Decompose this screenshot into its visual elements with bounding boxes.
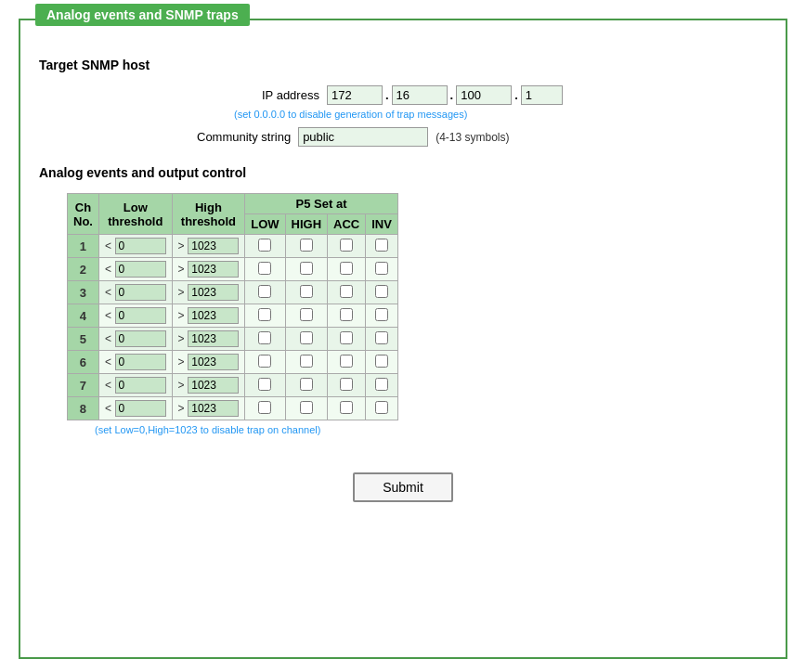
low-checkbox-2[interactable]: [258, 262, 271, 275]
high-threshold-input-2[interactable]: [188, 261, 239, 278]
community-hint: (4-13 symbols): [436, 131, 509, 144]
low-op-label: <: [105, 402, 111, 415]
low-threshold-input-4[interactable]: [115, 307, 166, 324]
table-row: 2 < >: [68, 258, 398, 281]
col-header-low-sub: LOW: [245, 214, 285, 235]
ch-number: 7: [68, 374, 99, 397]
table-row: 7 < >: [68, 374, 398, 397]
col-header-high: Highthreshold: [172, 194, 245, 235]
low-op-label: <: [105, 239, 111, 252]
acc-checkbox-3[interactable]: [340, 285, 353, 298]
low-checkbox-6[interactable]: [258, 355, 271, 368]
col-header-ch: ChNo.: [68, 194, 99, 235]
high-op-label: >: [178, 286, 185, 299]
high-op-label: >: [178, 309, 185, 322]
low-checkbox-4[interactable]: [258, 308, 271, 321]
high-op-label: >: [178, 379, 185, 392]
high-threshold-input-7[interactable]: [188, 377, 239, 394]
ip-hint: (set 0.0.0.0 to disable generation of tr…: [234, 109, 767, 120]
low-threshold-input-8[interactable]: [115, 400, 166, 417]
low-checkbox-1[interactable]: [258, 239, 271, 252]
ch-number: 8: [68, 397, 99, 420]
ch-number: 5: [68, 328, 99, 351]
low-checkbox-5[interactable]: [258, 331, 271, 344]
inv-checkbox-3[interactable]: [375, 285, 388, 298]
high-checkbox-2[interactable]: [300, 262, 313, 275]
table-row: 5 < >: [68, 328, 398, 351]
inv-checkbox-5[interactable]: [375, 331, 388, 344]
analog-section-title: Analog events and output control: [39, 165, 767, 180]
high-checkbox-1[interactable]: [300, 239, 313, 252]
low-op-label: <: [105, 263, 111, 276]
ip-input-2[interactable]: [392, 85, 448, 105]
analog-table: ChNo. Lowthreshold Highthreshold P5 Set …: [67, 193, 398, 420]
main-container: Analog events and SNMP traps Target SNMP…: [19, 19, 787, 659]
table-hint: (set Low=0,High=1023 to disable trap on …: [95, 424, 767, 435]
inv-checkbox-2[interactable]: [375, 262, 388, 275]
col-header-p5set: P5 Set at: [245, 194, 398, 214]
low-checkbox-3[interactable]: [258, 285, 271, 298]
table-row: 8 < >: [68, 397, 398, 420]
high-threshold-input-8[interactable]: [188, 400, 239, 417]
table-row: 6 < >: [68, 351, 398, 374]
ip-label: IP address: [262, 88, 319, 102]
ip-dot-1: .: [385, 88, 389, 102]
inv-checkbox-8[interactable]: [375, 401, 388, 414]
ip-input-3[interactable]: [456, 85, 512, 105]
acc-checkbox-8[interactable]: [340, 401, 353, 414]
submit-button[interactable]: Submit: [353, 472, 453, 502]
inv-checkbox-7[interactable]: [375, 378, 388, 391]
page-title: Analog events and SNMP traps: [35, 4, 250, 26]
high-op-label: >: [178, 402, 185, 415]
low-threshold-input-1[interactable]: [115, 238, 166, 254]
acc-checkbox-7[interactable]: [340, 378, 353, 391]
high-threshold-input-3[interactable]: [188, 284, 239, 301]
community-input[interactable]: [298, 127, 428, 147]
high-threshold-input-5[interactable]: [188, 330, 239, 347]
high-checkbox-8[interactable]: [300, 401, 313, 414]
high-checkbox-7[interactable]: [300, 378, 313, 391]
acc-checkbox-6[interactable]: [340, 355, 353, 368]
ch-number: 1: [68, 235, 99, 258]
high-op-label: >: [178, 355, 185, 368]
low-op-label: <: [105, 379, 111, 392]
inv-checkbox-1[interactable]: [375, 239, 388, 252]
high-checkbox-5[interactable]: [300, 331, 313, 344]
ip-dot-2: .: [450, 88, 454, 102]
ch-number: 4: [68, 304, 99, 328]
ip-dot-3: .: [514, 88, 518, 102]
high-threshold-input-6[interactable]: [188, 354, 239, 370]
low-threshold-input-3[interactable]: [115, 284, 166, 301]
col-header-low: Lowthreshold: [98, 194, 172, 235]
acc-checkbox-1[interactable]: [340, 239, 353, 252]
high-op-label: >: [178, 239, 185, 252]
high-op-label: >: [178, 263, 185, 276]
ip-input-4[interactable]: [521, 85, 563, 105]
low-checkbox-8[interactable]: [258, 401, 271, 414]
acc-checkbox-4[interactable]: [340, 308, 353, 321]
low-threshold-input-2[interactable]: [115, 261, 166, 278]
col-header-acc-sub: ACC: [328, 214, 366, 235]
high-checkbox-6[interactable]: [300, 355, 313, 368]
acc-checkbox-5[interactable]: [340, 331, 353, 344]
low-op-label: <: [105, 332, 111, 345]
low-threshold-input-7[interactable]: [115, 377, 166, 394]
ip-input-1[interactable]: [327, 85, 383, 105]
high-threshold-input-1[interactable]: [188, 238, 239, 254]
low-threshold-input-5[interactable]: [115, 330, 166, 347]
table-row: 1 < >: [68, 235, 398, 258]
low-op-label: <: [105, 309, 111, 322]
table-row: 3 < >: [68, 281, 398, 304]
col-header-high-sub: HIGH: [285, 214, 328, 235]
inv-checkbox-4[interactable]: [375, 308, 388, 321]
low-checkbox-7[interactable]: [258, 378, 271, 391]
low-threshold-input-6[interactable]: [115, 354, 166, 370]
acc-checkbox-2[interactable]: [340, 262, 353, 275]
high-op-label: >: [178, 332, 185, 345]
ch-number: 6: [68, 351, 99, 374]
high-threshold-input-4[interactable]: [188, 307, 239, 324]
col-header-inv-sub: INV: [366, 214, 398, 235]
inv-checkbox-6[interactable]: [375, 355, 388, 368]
high-checkbox-4[interactable]: [300, 308, 313, 321]
high-checkbox-3[interactable]: [300, 285, 313, 298]
